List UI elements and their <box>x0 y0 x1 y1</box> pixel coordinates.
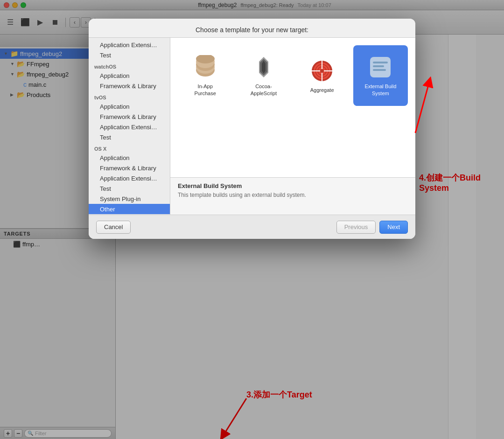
desc-title: External Build System <box>178 182 408 189</box>
cocoa-icon <box>251 54 277 80</box>
tmpl-section-watchos: watchOS <box>89 60 170 70</box>
dialog-body: Application Extensi… Test watchOS Applic… <box>89 37 415 215</box>
svg-line-28 <box>415 82 429 133</box>
cancel-button[interactable]: Cancel <box>96 221 131 234</box>
next-button[interactable]: Next <box>379 221 408 234</box>
tmpl-item-osx-fw[interactable]: Framework & Library <box>89 163 170 173</box>
tmpl-item-osx-plugin[interactable]: System Plug-in <box>89 194 170 204</box>
svg-marker-13 <box>262 61 266 74</box>
tmpl-item-watchos-app[interactable]: Application <box>89 70 170 81</box>
tmpl-item-tvos-ext[interactable]: Application Extensi… <box>89 122 170 132</box>
tmpl-item-other[interactable]: Other <box>89 204 170 214</box>
tmpl-card-inapp[interactable]: In-AppPurchase <box>178 45 232 106</box>
svg-point-18 <box>320 69 324 73</box>
tmpl-item-watchos-fw[interactable]: Framework & Library <box>89 81 170 91</box>
inapp-icon <box>192 54 218 80</box>
tmpl-card-external[interactable]: External BuildSystem <box>353 45 408 106</box>
tmpl-card-cocoa[interactable]: Cocoa-AppleScript <box>236 45 291 106</box>
tmpl-section-tvos: tvOS <box>89 91 170 101</box>
dialog-footer: Cancel Previous Next <box>89 215 415 239</box>
cocoa-label: Cocoa-AppleScript <box>251 83 277 97</box>
tmpl-item-osx-app[interactable]: Application <box>89 153 170 163</box>
svg-rect-24 <box>373 62 388 63</box>
tmpl-item-ext-1[interactable]: Application Extensi… <box>89 40 170 50</box>
template-description: External Build System This template buil… <box>170 177 415 215</box>
template-grid: In-AppPurchase Cocoa-AppleScript <box>170 38 415 177</box>
external-icon <box>367 54 393 80</box>
tmpl-item-tvos-test[interactable]: Test <box>89 132 170 142</box>
tmpl-item-tvos-fw[interactable]: Framework & Library <box>89 111 170 122</box>
new-target-dialog: Choose a template for your new target: A… <box>89 19 415 239</box>
tmpl-section-osx: OS X <box>89 142 170 153</box>
previous-button[interactable]: Previous <box>336 221 376 234</box>
tmpl-item-tvos-app[interactable]: Application <box>89 101 170 111</box>
template-content: In-AppPurchase Cocoa-AppleScript <box>170 38 415 215</box>
dialog-overlay: Choose a template for your new target: A… <box>0 0 504 439</box>
tmpl-item-osx-ext[interactable]: Application Extensi… <box>89 173 170 183</box>
desc-text: This template builds using an external b… <box>178 191 408 199</box>
nav-buttons: Previous Next <box>336 221 408 234</box>
tmpl-item-test-1[interactable]: Test <box>89 50 170 60</box>
tmpl-card-aggregate[interactable]: Aggregate <box>295 45 350 106</box>
template-sidebar: Application Extensi… Test watchOS Applic… <box>89 38 170 215</box>
svg-rect-26 <box>373 69 386 71</box>
inapp-label: In-AppPurchase <box>194 83 216 97</box>
aggregate-label: Aggregate <box>310 87 334 93</box>
dialog-header: Choose a template for your new target: <box>89 19 415 37</box>
external-label: External BuildSystem <box>364 83 396 97</box>
svg-rect-25 <box>373 65 384 67</box>
tmpl-item-osx-test[interactable]: Test <box>89 183 170 194</box>
aggregate-icon <box>309 58 335 84</box>
